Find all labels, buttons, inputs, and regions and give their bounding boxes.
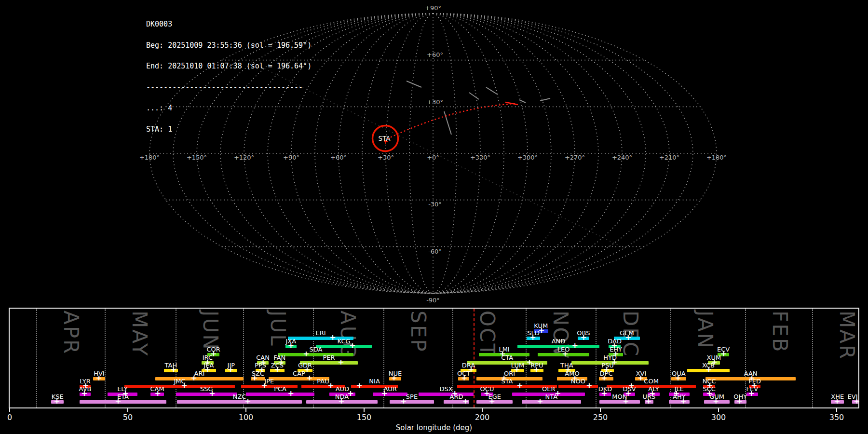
shower-peak-SPE: +	[400, 397, 407, 405]
shower-bar-SPE	[390, 400, 434, 404]
shower-peak-CAP: +	[306, 374, 312, 382]
month-label-sep: SEP	[407, 311, 430, 353]
shower-bar-JPE	[241, 385, 298, 388]
shower-peak-KCG: +	[349, 342, 355, 350]
meteor-station-screen: STA+90°-90°+60°+30°-30°-60°+180°+150°+12…	[0, 0, 868, 434]
shower-peak-CAM: +	[155, 390, 161, 397]
shower-label-CAP: CAP	[293, 370, 305, 377]
lon-label: +120°	[234, 154, 254, 161]
shower-peak-EGE: +	[488, 397, 495, 405]
shower-peak-MON: +	[623, 397, 629, 405]
month-gridline	[812, 309, 813, 407]
lon-label: +30°	[378, 154, 394, 161]
shower-peak-NIA: +	[356, 382, 362, 390]
month-gridline	[105, 309, 106, 407]
shower-peak-JXA: +	[287, 342, 294, 350]
meteor-track	[540, 98, 550, 101]
shower-label-OER: OER	[542, 385, 555, 393]
shower-peak-NDA: +	[338, 397, 344, 405]
x-tick-label: 350	[829, 413, 844, 422]
lat-label: -30°	[428, 201, 442, 208]
shower-peak-OHY: +	[736, 397, 742, 405]
shower-label-SDA: SDA	[310, 346, 323, 353]
lon-label: +60°	[330, 154, 347, 161]
x-tick	[836, 408, 837, 412]
shower-label-COM: COM	[644, 378, 659, 385]
lon-label: +90°	[283, 154, 299, 161]
lon-label: +150°	[187, 154, 207, 161]
shower-label-DSX: DSX	[439, 385, 452, 393]
shower-peak-ECV: +	[720, 350, 727, 358]
meteor-track	[486, 87, 498, 95]
end-time-line: End: 20251010 01:07:38 (sol = 196.64°)	[146, 63, 312, 70]
shower-bar-NZC	[177, 400, 302, 404]
shower-peak-GUM: +	[713, 397, 719, 405]
shower-peak-AHY: +	[680, 397, 686, 405]
shower-peak-TAH: +	[170, 366, 176, 374]
shower-peak-HVI: +	[96, 374, 102, 382]
shower-bar-ARI	[155, 377, 244, 380]
lat-label: -60°	[428, 248, 442, 255]
shower-peak-URS: +	[645, 397, 651, 405]
shower-bar-SDA	[278, 353, 353, 356]
shower-peak-RPU: +	[533, 366, 540, 374]
shower-peak-NOO: +	[586, 382, 592, 390]
x-tick	[9, 408, 10, 412]
meteor-track	[407, 81, 421, 87]
shower-label-STA: STA	[501, 378, 513, 385]
shower-bar-KCG	[316, 345, 372, 348]
shower-label-NIA: NIA	[369, 378, 380, 385]
shower-peak-FEV: +	[748, 390, 754, 397]
lon-label: +270°	[565, 154, 585, 161]
lon-label: +330°	[470, 154, 490, 161]
month-label-mar: MAR	[835, 311, 859, 360]
shower-peak-ERI: +	[329, 334, 336, 341]
x-tick-label: 0	[7, 413, 12, 422]
shower-peak-AUR: +	[381, 390, 387, 397]
sky-meridian	[433, 14, 528, 293]
shower-peak-AVB: +	[81, 390, 87, 397]
shower-peak-QUA: +	[675, 374, 681, 382]
shower-peak-JMC: +	[181, 382, 187, 390]
shower-peak-SDA: +	[303, 350, 309, 358]
shower-peak-KSE: +	[54, 397, 60, 405]
shower-peak-ETA: +	[115, 397, 121, 405]
x-axis-title: Solar longitude (deg)	[396, 423, 472, 432]
shower-peak-PAU: +	[327, 382, 334, 390]
x-tick-label: 50	[123, 413, 133, 422]
observation-info-panel: DK0003 Beg: 20251009 23:55:36 (sol = 196…	[146, 7, 312, 147]
x-tick	[718, 408, 719, 412]
shower-peak-NUE: +	[391, 374, 397, 382]
shower-peak-ARD: +	[462, 397, 469, 405]
sporadic-count: ...: 4	[146, 105, 312, 112]
pole-label-south: -90°	[426, 297, 440, 304]
month-label-jan: JAN	[693, 311, 717, 350]
shower-label-KCG: KCG	[338, 338, 351, 345]
shower-peak-ZCS: +	[274, 366, 280, 374]
shower-label-ARD: ARD	[450, 393, 463, 400]
x-tick-label: 250	[593, 413, 608, 422]
shower-peak-OCT: +	[461, 374, 467, 382]
shower-peak-SLD: +	[529, 334, 536, 341]
shower-peak-XVI: +	[637, 374, 644, 382]
shower-peak-STA: +	[516, 382, 523, 390]
sky-meridian	[315, 14, 433, 293]
lon-label: +180°	[706, 154, 727, 161]
month-label-may: MAY	[128, 311, 151, 357]
month-label-feb: FEB	[768, 311, 792, 353]
shower-peak-NZC: +	[244, 397, 251, 405]
shower-peak-AND: +	[571, 342, 578, 350]
info-divider: ------------------------------------	[146, 84, 312, 91]
camera-id: DK0003	[146, 21, 312, 28]
lon-label: +300°	[517, 154, 538, 161]
radiant-label: STA	[378, 135, 391, 142]
lon-label: +0°	[427, 154, 439, 161]
current-sol-line	[474, 309, 475, 407]
shower-label-PCA: PCA	[274, 385, 286, 393]
sky-map: STA+90°-90°+60°+30°-30°-60°+180°+150°+12…	[0, 0, 868, 309]
shower-peak-DKD: +	[601, 390, 607, 397]
shower-label-AND: AND	[552, 338, 566, 345]
x-tick	[245, 408, 246, 412]
month-label-oct: OCT	[475, 311, 499, 357]
shower-peak-SZC: +	[251, 374, 258, 382]
